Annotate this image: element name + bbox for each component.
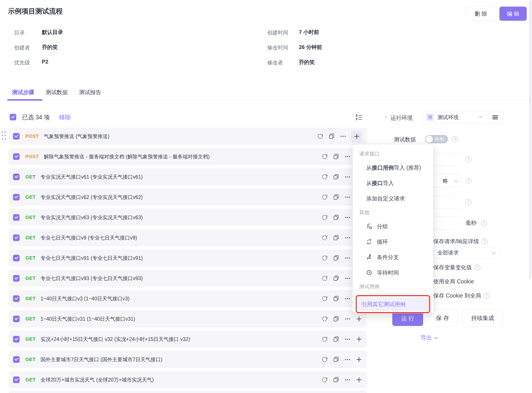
copy-icon[interactable]: [333, 194, 340, 201]
sync-icon[interactable]: [321, 356, 328, 363]
menu-item-custom-request[interactable]: 添加自定义请求: [353, 191, 433, 206]
more-icon[interactable]: [344, 336, 351, 343]
list-item[interactable]: GET 实况+24小时+15日天气接口 v32 (实况+24小时+15日天气接口…: [9, 331, 367, 348]
ci-button[interactable]: 持续集成: [462, 309, 503, 327]
list-item[interactable]: GET 专业七日天气接口v91 (专业七日天气接口v91): [9, 250, 367, 266]
sync-icon[interactable]: [321, 295, 328, 302]
help-icon[interactable]: ?: [474, 265, 480, 270]
sync-icon[interactable]: [321, 255, 328, 261]
list-item[interactable]: POST 气象预警推送 (气象预警推送): [9, 128, 367, 145]
row-checkbox[interactable]: [13, 194, 20, 201]
sync-icon[interactable]: [321, 315, 328, 322]
copy-icon[interactable]: [333, 356, 340, 363]
scrollbar-thumb[interactable]: [529, 0, 531, 278]
sync-icon[interactable]: [317, 133, 324, 140]
add-step-icon[interactable]: [351, 131, 363, 142]
copy-icon[interactable]: [333, 295, 340, 302]
copy-icon[interactable]: [333, 173, 340, 180]
list-item[interactable]: POST 解除气象预警推送 - 服务端对接文档 (解除气象预警推送 - 服务端对…: [9, 148, 367, 165]
add-step-icon[interactable]: [355, 376, 363, 383]
copy-icon[interactable]: [333, 315, 340, 322]
list-item[interactable]: GET 全球20万+城市实况天气 (全球20万+城市实况天气): [9, 371, 367, 388]
more-icon[interactable]: [344, 214, 351, 221]
list-item[interactable]: GET 1~40日天气接口v31 (1~40日天气接口v31): [9, 310, 367, 327]
sync-icon[interactable]: [321, 173, 328, 180]
row-checkbox[interactable]: [13, 234, 20, 241]
export-link[interactable]: 导出: [421, 334, 437, 342]
sync-icon[interactable]: [321, 336, 328, 343]
copy-icon[interactable]: [333, 153, 340, 160]
sync-icon[interactable]: [321, 234, 328, 241]
more-icon[interactable]: [344, 356, 351, 363]
more-icon[interactable]: [344, 173, 351, 180]
list-item[interactable]: GET 1~40日天气接口v3 (1~40日天气接口v3): [9, 290, 367, 307]
more-icon[interactable]: [344, 315, 351, 322]
row-checkbox[interactable]: [13, 275, 20, 282]
row-checkbox[interactable]: [13, 133, 20, 140]
row-checkbox[interactable]: [13, 336, 20, 343]
test-data-toggle[interactable]: 停用: [425, 135, 448, 143]
sync-icon[interactable]: [321, 194, 328, 201]
sync-icon[interactable]: [321, 153, 328, 160]
threads-input[interactable]: [433, 195, 461, 209]
environment-select[interactable]: 测 测试环境: [423, 111, 503, 124]
list-item[interactable]: GET 专业实况天气接口v62 (专业实况天气接口v62): [9, 189, 367, 206]
row-checkbox[interactable]: [13, 316, 20, 322]
more-icon[interactable]: [340, 133, 347, 140]
row-checkbox[interactable]: [13, 174, 20, 180]
menu-item-group[interactable]: 分组: [353, 219, 433, 234]
select-all-checkbox[interactable]: [10, 114, 16, 120]
list-item[interactable]: GET 专业实况天气接口v61 (专业实况天气接口v61): [9, 168, 367, 185]
sync-icon[interactable]: [321, 214, 328, 221]
tab-test-steps[interactable]: 测试步骤: [12, 89, 34, 96]
list-item[interactable]: GET 专业实况天气接口v63 (专业实况天气接口v63): [9, 209, 367, 226]
help-icon[interactable]: ?: [484, 293, 490, 299]
copy-icon[interactable]: [333, 214, 340, 221]
list-item[interactable]: GET 专业七日天气接口v93 (专业七日天气接口v93): [9, 270, 367, 287]
edit-button[interactable]: 编 辑: [499, 7, 527, 21]
help-icon[interactable]: ?: [465, 157, 471, 162]
more-icon[interactable]: [344, 255, 351, 261]
row-checkbox[interactable]: [13, 295, 20, 302]
row-checkbox[interactable]: [13, 153, 20, 160]
help-icon[interactable]: ?: [465, 199, 471, 205]
delay-input[interactable]: [433, 216, 461, 230]
remove-selected-link[interactable]: 移除: [59, 113, 71, 121]
add-step-icon[interactable]: [355, 356, 363, 363]
help-icon[interactable]: ?: [465, 178, 471, 184]
help-icon[interactable]: ?: [481, 220, 487, 226]
manage-env-icon[interactable]: [487, 115, 503, 119]
menu-item-condition-branch[interactable]: 条件分支: [353, 249, 433, 265]
list-item[interactable]: GET 专业七日天气接口v9 (专业七日天气接口v9): [9, 229, 367, 246]
tab-test-data[interactable]: 测试数据: [46, 89, 68, 96]
row-checkbox[interactable]: [13, 255, 20, 261]
menu-item-loop[interactable]: 循环: [353, 234, 433, 249]
more-icon[interactable]: [344, 194, 351, 201]
more-icon[interactable]: [344, 234, 351, 241]
copy-icon[interactable]: [333, 376, 340, 383]
add-step-icon[interactable]: [355, 336, 363, 343]
more-icon[interactable]: [344, 275, 351, 282]
more-icon[interactable]: [344, 295, 351, 302]
copy-icon[interactable]: [333, 275, 340, 282]
list-item-partial[interactable]: [9, 391, 367, 393]
copy-icon[interactable]: [333, 255, 340, 261]
menu-item-import-from-api[interactable]: 从接口导入: [353, 175, 433, 191]
drag-handle-icon[interactable]: [2, 132, 7, 142]
menu-item-wait-time[interactable]: 等待时间: [353, 265, 433, 280]
list-item[interactable]: GET 国外主要城市7日天气接口 (国外主要城市7日天气接口): [9, 351, 367, 368]
more-icon[interactable]: [344, 376, 351, 383]
help-icon[interactable]: ?: [452, 136, 458, 142]
collapse-list-icon[interactable]: [354, 113, 363, 121]
tab-test-report[interactable]: 测试报告: [79, 89, 101, 96]
row-checkbox[interactable]: [13, 376, 20, 383]
copy-icon[interactable]: [333, 336, 340, 343]
menu-item-import-from-case[interactable]: 从接口用例导入 (推荐): [353, 160, 433, 175]
row-checkbox[interactable]: [13, 356, 20, 363]
sync-icon[interactable]: [321, 376, 328, 383]
copy-icon[interactable]: [333, 234, 340, 241]
delete-button[interactable]: 删 除: [465, 7, 496, 21]
menu-item-reference-test-case[interactable]: 引用其它测试用例: [358, 297, 428, 311]
loop-count-input[interactable]: [433, 153, 461, 166]
add-step-icon[interactable]: [355, 315, 363, 322]
